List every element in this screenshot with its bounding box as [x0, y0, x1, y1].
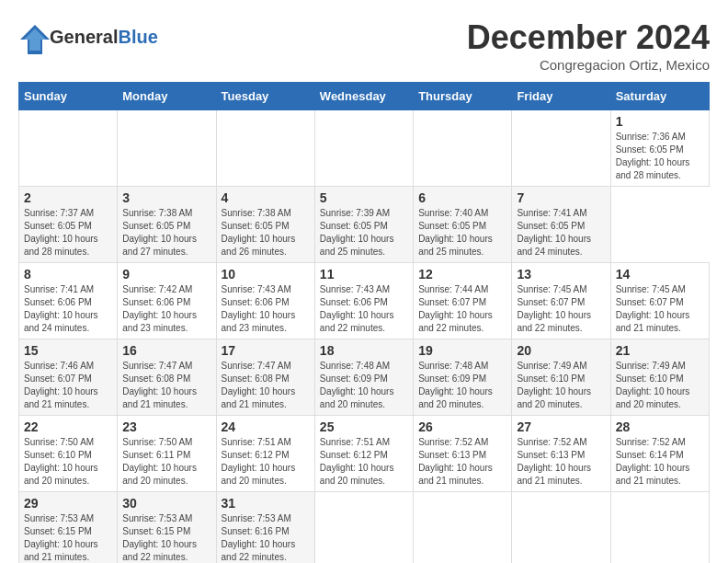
header-thursday: Thursday — [414, 83, 512, 110]
day-info: Sunrise: 7:52 AMSunset: 6:13 PMDaylight:… — [517, 436, 605, 488]
calendar-week-6: 29Sunrise: 7:53 AMSunset: 6:15 PMDayligh… — [19, 492, 710, 564]
day-cell-30: 30Sunrise: 7:53 AMSunset: 6:15 PMDayligh… — [118, 492, 216, 564]
day-cell-28: 28Sunrise: 7:52 AMSunset: 6:14 PMDayligh… — [610, 416, 709, 492]
day-number: 8 — [24, 267, 112, 282]
day-cell-23: 23Sunrise: 7:50 AMSunset: 6:11 PMDayligh… — [118, 416, 216, 492]
day-info: Sunrise: 7:49 AMSunset: 6:10 PMDaylight:… — [616, 360, 704, 411]
header-friday: Friday — [512, 83, 610, 110]
day-cell-19: 19Sunrise: 7:48 AMSunset: 6:09 PMDayligh… — [414, 339, 512, 416]
day-info: Sunrise: 7:48 AMSunset: 6:09 PMDaylight:… — [418, 360, 506, 411]
day-cell-20: 20Sunrise: 7:49 AMSunset: 6:10 PMDayligh… — [512, 339, 610, 416]
day-info: Sunrise: 7:48 AMSunset: 6:09 PMDaylight:… — [320, 360, 408, 411]
calendar-week-4: 15Sunrise: 7:46 AMSunset: 6:07 PMDayligh… — [19, 339, 710, 416]
day-cell-8: 8Sunrise: 7:41 AMSunset: 6:06 PMDaylight… — [19, 263, 118, 339]
day-info: Sunrise: 7:42 AMSunset: 6:06 PMDaylight:… — [122, 283, 210, 335]
day-number: 2 — [24, 190, 112, 205]
logo: GeneralBlue — [18, 23, 158, 51]
day-number: 26 — [418, 419, 506, 434]
empty-cell — [610, 492, 709, 564]
day-cell-27: 27Sunrise: 7:52 AMSunset: 6:13 PMDayligh… — [512, 416, 610, 492]
day-cell-18: 18Sunrise: 7:48 AMSunset: 6:09 PMDayligh… — [314, 339, 413, 416]
day-info: Sunrise: 7:37 AMSunset: 6:05 PMDaylight:… — [24, 207, 112, 259]
empty-cell — [216, 110, 314, 187]
calendar-week-3: 8Sunrise: 7:41 AMSunset: 6:06 PMDaylight… — [19, 263, 710, 339]
day-number: 9 — [122, 267, 210, 282]
day-number: 6 — [418, 190, 506, 205]
title-area: December 2024 Congregacion Ortiz, Mexico — [467, 18, 710, 73]
empty-cell — [414, 110, 512, 187]
calendar-table: SundayMondayTuesdayWednesdayThursdayFrid… — [18, 82, 710, 563]
day-info: Sunrise: 7:36 AMSunset: 6:05 PMDaylight:… — [616, 131, 704, 182]
day-cell-25: 25Sunrise: 7:51 AMSunset: 6:12 PMDayligh… — [314, 416, 413, 492]
month-title: December 2024 — [467, 18, 710, 57]
day-number: 1 — [616, 114, 704, 129]
day-number: 3 — [122, 190, 210, 205]
day-cell-2: 2Sunrise: 7:37 AMSunset: 6:05 PMDaylight… — [19, 187, 118, 263]
day-number: 7 — [517, 190, 605, 205]
day-number: 10 — [222, 267, 310, 282]
page-header: GeneralBlue December 2024 Congregacion O… — [18, 18, 710, 73]
day-cell-26: 26Sunrise: 7:52 AMSunset: 6:13 PMDayligh… — [414, 416, 512, 492]
empty-cell — [414, 492, 512, 564]
day-cell-6: 6Sunrise: 7:40 AMSunset: 6:05 PMDaylight… — [414, 187, 512, 263]
day-cell-21: 21Sunrise: 7:49 AMSunset: 6:10 PMDayligh… — [610, 339, 709, 416]
calendar-week-2: 2Sunrise: 7:37 AMSunset: 6:05 PMDaylight… — [19, 187, 710, 263]
day-number: 21 — [616, 343, 704, 358]
day-info: Sunrise: 7:38 AMSunset: 6:05 PMDaylight:… — [222, 207, 310, 259]
day-cell-5: 5Sunrise: 7:39 AMSunset: 6:05 PMDaylight… — [314, 187, 413, 263]
day-info: Sunrise: 7:43 AMSunset: 6:06 PMDaylight:… — [222, 283, 310, 335]
header-saturday: Saturday — [610, 83, 709, 110]
day-info: Sunrise: 7:45 AMSunset: 6:07 PMDaylight:… — [616, 283, 704, 335]
day-number: 25 — [320, 419, 408, 434]
header-sunday: Sunday — [19, 83, 118, 110]
day-number: 27 — [517, 419, 605, 434]
day-number: 13 — [517, 267, 605, 282]
day-number: 15 — [24, 343, 112, 358]
day-number: 18 — [320, 343, 408, 358]
day-info: Sunrise: 7:41 AMSunset: 6:05 PMDaylight:… — [517, 207, 605, 259]
day-info: Sunrise: 7:51 AMSunset: 6:12 PMDaylight:… — [222, 436, 310, 488]
day-cell-13: 13Sunrise: 7:45 AMSunset: 6:07 PMDayligh… — [512, 263, 610, 339]
day-number: 17 — [222, 343, 310, 358]
logo-icon — [18, 23, 46, 51]
day-number: 31 — [222, 496, 310, 511]
logo-text: GeneralBlue — [50, 27, 158, 48]
calendar-week-1: 1Sunrise: 7:36 AMSunset: 6:05 PMDaylight… — [19, 110, 710, 187]
day-cell-1: 1Sunrise: 7:36 AMSunset: 6:05 PMDaylight… — [610, 110, 709, 187]
day-number: 22 — [24, 419, 112, 434]
day-number: 12 — [418, 267, 506, 282]
day-number: 19 — [418, 343, 506, 358]
day-info: Sunrise: 7:53 AMSunset: 6:16 PMDaylight:… — [222, 512, 310, 563]
header-monday: Monday — [118, 83, 216, 110]
day-cell-4: 4Sunrise: 7:38 AMSunset: 6:05 PMDaylight… — [216, 187, 314, 263]
day-info: Sunrise: 7:41 AMSunset: 6:06 PMDaylight:… — [24, 283, 112, 335]
day-info: Sunrise: 7:39 AMSunset: 6:05 PMDaylight:… — [320, 207, 408, 259]
day-info: Sunrise: 7:46 AMSunset: 6:07 PMDaylight:… — [24, 360, 112, 411]
header-wednesday: Wednesday — [314, 83, 413, 110]
svg-marker-1 — [24, 29, 46, 51]
day-info: Sunrise: 7:50 AMSunset: 6:11 PMDaylight:… — [122, 436, 210, 488]
day-info: Sunrise: 7:50 AMSunset: 6:10 PMDaylight:… — [24, 436, 112, 488]
day-number: 28 — [616, 419, 704, 434]
empty-cell — [512, 492, 610, 564]
day-cell-14: 14Sunrise: 7:45 AMSunset: 6:07 PMDayligh… — [610, 263, 709, 339]
day-info: Sunrise: 7:38 AMSunset: 6:05 PMDaylight:… — [122, 207, 210, 259]
day-info: Sunrise: 7:53 AMSunset: 6:15 PMDaylight:… — [24, 512, 112, 563]
calendar-week-5: 22Sunrise: 7:50 AMSunset: 6:10 PMDayligh… — [19, 416, 710, 492]
empty-cell — [19, 110, 118, 187]
day-cell-9: 9Sunrise: 7:42 AMSunset: 6:06 PMDaylight… — [118, 263, 216, 339]
day-number: 11 — [320, 267, 408, 282]
day-cell-17: 17Sunrise: 7:47 AMSunset: 6:08 PMDayligh… — [216, 339, 314, 416]
day-cell-15: 15Sunrise: 7:46 AMSunset: 6:07 PMDayligh… — [19, 339, 118, 416]
day-cell-12: 12Sunrise: 7:44 AMSunset: 6:07 PMDayligh… — [414, 263, 512, 339]
day-info: Sunrise: 7:40 AMSunset: 6:05 PMDaylight:… — [418, 207, 506, 259]
day-number: 16 — [122, 343, 210, 358]
day-info: Sunrise: 7:47 AMSunset: 6:08 PMDaylight:… — [122, 360, 210, 411]
day-number: 14 — [616, 267, 704, 282]
day-info: Sunrise: 7:52 AMSunset: 6:13 PMDaylight:… — [418, 436, 506, 488]
day-cell-29: 29Sunrise: 7:53 AMSunset: 6:15 PMDayligh… — [19, 492, 118, 564]
day-cell-31: 31Sunrise: 7:53 AMSunset: 6:16 PMDayligh… — [216, 492, 314, 564]
empty-cell — [314, 492, 413, 564]
day-info: Sunrise: 7:49 AMSunset: 6:10 PMDaylight:… — [517, 360, 605, 411]
day-number: 4 — [222, 190, 310, 205]
